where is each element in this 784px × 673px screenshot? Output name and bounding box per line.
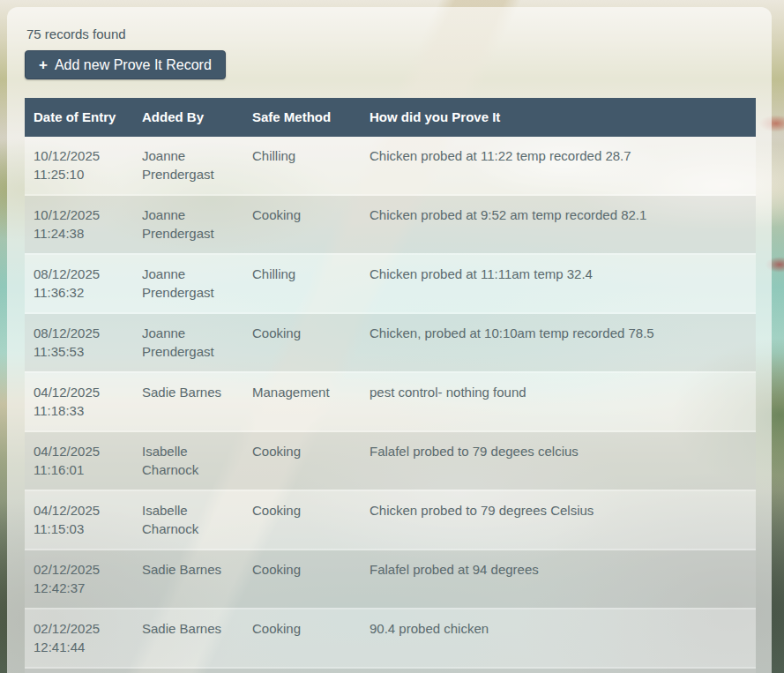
table-row: 08/12/202511:36:32Joanne PrendergastChil… [25, 254, 756, 313]
column-header-how-did-you-prove-it: How did you Prove It [361, 98, 756, 137]
records-table: Date of Entry Added By Safe Method How d… [25, 98, 756, 673]
added-by-name: Sadie Barnes [142, 560, 235, 579]
table-row: 10/12/202511:24:38Joanne PrendergastCook… [25, 195, 756, 254]
table-row: 04/12/202511:16:01Isabelle CharnockCooki… [25, 431, 756, 490]
cell-proof: Chicken, probed at 10:10am temp recorded… [361, 313, 756, 372]
cell-date-of-entry: 04/12/202511:15:03 [25, 490, 133, 550]
cell-safe-method: Cooking [243, 668, 361, 673]
safe-method-value: Cooking [252, 206, 352, 224]
plus-icon: + [39, 57, 48, 72]
add-record-button-label: Add new Prove It Record [55, 57, 212, 73]
table-header-row: Date of Entry Added By Safe Method How d… [25, 98, 756, 137]
added-by-name: Isabelle Charnock [142, 501, 235, 538]
content-panel: 75 records found + Add new Prove It Reco… [7, 7, 772, 673]
table-row: 01/12/202510:45:08Sadie BarnesCookingChi… [25, 668, 756, 673]
safe-method-value: Chilling [252, 265, 352, 283]
entry-date: 08/12/2025 [34, 265, 124, 283]
add-record-button[interactable]: + Add new Prove It Record [25, 50, 226, 79]
entry-date: 08/12/2025 [34, 324, 124, 342]
cell-added-by: Isabelle Charnock [133, 490, 243, 550]
cell-proof: Chicken probed at 9:52 am temp recorded … [361, 195, 756, 254]
entry-date: 02/12/2025 [34, 560, 124, 579]
cell-proof: Chicken probed at 11:22 temp recorded 28… [361, 137, 756, 195]
entry-time: 11:36:32 [34, 283, 124, 302]
cell-date-of-entry: 02/12/202512:42:37 [25, 550, 133, 609]
entry-time: 11:16:01 [34, 460, 124, 479]
proof-text: 90.4 probed chicken [370, 619, 747, 638]
entry-date: 04/12/2025 [34, 383, 124, 401]
safe-method-value: Cooking [252, 560, 352, 579]
cell-safe-method: Management [243, 372, 361, 431]
cell-added-by: Sadie Barnes [133, 372, 243, 431]
cell-safe-method: Chilling [243, 254, 361, 313]
cell-proof: Chicken probed at 11:11am temp 32.4 [361, 254, 756, 313]
added-by-name: Joanne Prendergast [142, 324, 235, 361]
entry-date: 04/12/2025 [34, 442, 124, 460]
added-by-name: Joanne Prendergast [142, 146, 235, 183]
added-by-name: Sadie Barnes [142, 619, 235, 638]
table-row: 04/12/202511:15:03Isabelle CharnockCooki… [25, 490, 756, 550]
cell-safe-method: Cooking [243, 431, 361, 490]
cell-date-of-entry: 10/12/202511:24:38 [25, 195, 133, 254]
cell-proof: Chicken probed at 79 degrees [361, 668, 756, 673]
proof-text: Chicken probed at 9:52 am temp recorded … [370, 206, 747, 224]
cell-date-of-entry: 08/12/202511:35:53 [25, 313, 133, 372]
safe-method-value: Cooking [252, 501, 352, 520]
cell-proof: Falafel probed to 79 degees celcius [361, 431, 756, 490]
entry-time: 11:25:10 [34, 165, 124, 183]
added-by-name: Isabelle Charnock [142, 442, 235, 479]
cell-safe-method: Chilling [243, 137, 361, 195]
cell-added-by: Joanne Prendergast [133, 137, 243, 195]
cell-date-of-entry: 04/12/202511:18:33 [25, 372, 133, 431]
proof-text: Falafel probed to 79 degees celcius [370, 442, 747, 460]
entry-date: 10/12/2025 [34, 146, 124, 165]
cell-date-of-entry: 01/12/202510:45:08 [25, 668, 133, 673]
cell-proof: 90.4 probed chicken [361, 609, 756, 668]
table-row: 02/12/202512:41:44Sadie BarnesCooking90.… [25, 609, 756, 668]
entry-time: 12:41:44 [34, 638, 124, 656]
cell-date-of-entry: 04/12/202511:16:01 [25, 431, 133, 490]
cell-safe-method: Cooking [243, 195, 361, 254]
column-header-date-of-entry: Date of Entry [25, 98, 133, 137]
cell-added-by: Isabelle Charnock [133, 431, 243, 490]
cell-safe-method: Cooking [243, 313, 361, 372]
cell-safe-method: Cooking [243, 609, 361, 668]
cell-proof: Chicken probed to 79 degrees Celsius [361, 490, 756, 550]
added-by-name: Sadie Barnes [142, 383, 235, 401]
table-row: 10/12/202511:25:10Joanne PrendergastChil… [25, 137, 756, 195]
column-header-added-by: Added By [133, 98, 243, 137]
column-header-safe-method: Safe Method [243, 98, 361, 137]
cell-added-by: Sadie Barnes [133, 609, 243, 668]
table-row: 02/12/202512:42:37Sadie BarnesCookingFal… [25, 550, 756, 609]
cell-date-of-entry: 08/12/202511:36:32 [25, 254, 133, 313]
entry-time: 11:15:03 [34, 520, 124, 538]
cell-proof: Falafel probed at 94 degrees [361, 550, 756, 609]
entry-time: 11:35:53 [34, 342, 124, 361]
entry-date: 02/12/2025 [34, 619, 124, 638]
cell-safe-method: Cooking [243, 490, 361, 550]
safe-method-value: Chilling [252, 146, 352, 165]
entry-time: 11:24:38 [34, 224, 124, 243]
table-row: 04/12/202511:18:33Sadie BarnesManagement… [25, 372, 756, 431]
cell-date-of-entry: 10/12/202511:25:10 [25, 137, 133, 195]
cell-safe-method: Cooking [243, 550, 361, 609]
entry-time: 11:18:33 [34, 401, 124, 420]
proof-text: Chicken probed at 11:22 temp recorded 28… [370, 146, 747, 165]
cell-added-by: Sadie Barnes [133, 668, 243, 673]
table-body: 10/12/202511:25:10Joanne PrendergastChil… [25, 137, 756, 673]
cell-added-by: Joanne Prendergast [133, 195, 243, 254]
entry-time: 12:42:37 [34, 579, 124, 597]
cell-added-by: Sadie Barnes [133, 550, 243, 609]
safe-method-value: Cooking [252, 619, 352, 638]
entry-date: 10/12/2025 [34, 206, 124, 224]
safe-method-value: Cooking [252, 324, 352, 342]
cell-date-of-entry: 02/12/202512:41:44 [25, 609, 133, 668]
proof-text: Chicken probed at 11:11am temp 32.4 [370, 265, 747, 283]
entry-date: 04/12/2025 [34, 501, 124, 520]
proof-text: Chicken, probed at 10:10am temp recorded… [370, 324, 747, 342]
safe-method-value: Management [252, 383, 352, 401]
cell-added-by: Joanne Prendergast [133, 313, 243, 372]
proof-text: pest control- nothing found [370, 383, 747, 401]
proof-text: Falafel probed at 94 degrees [370, 560, 747, 579]
table-row: 08/12/202511:35:53Joanne PrendergastCook… [25, 313, 756, 372]
